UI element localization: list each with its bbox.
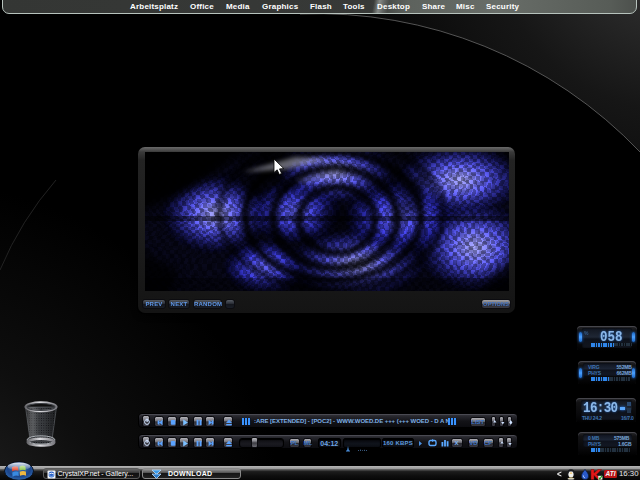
svg-text:ATI: ATI — [605, 470, 616, 477]
